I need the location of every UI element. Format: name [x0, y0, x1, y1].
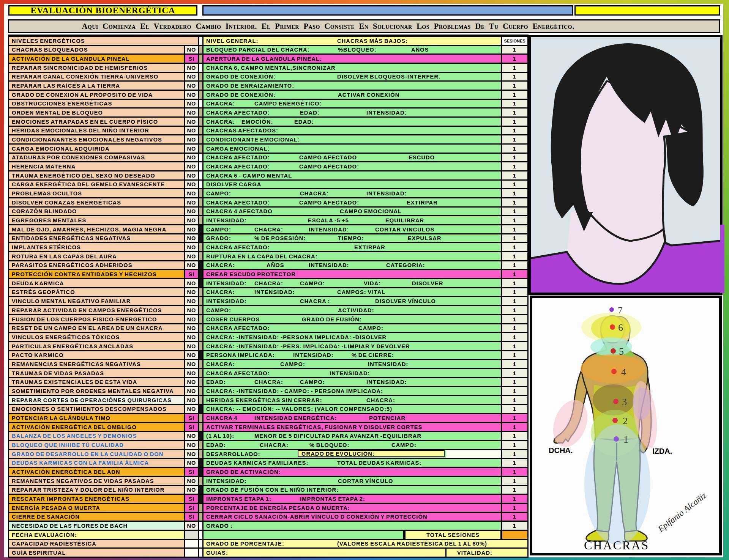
svg-text:6: 6: [618, 322, 623, 333]
svg-text:CHACRAS: CHACRAS: [584, 538, 649, 552]
svg-text:3: 3: [622, 396, 627, 407]
svg-text:IZDA.: IZDA.: [652, 447, 672, 455]
svg-text:5: 5: [619, 346, 624, 357]
svg-text:1: 1: [623, 434, 628, 445]
svg-text:DCHA.: DCHA.: [549, 446, 573, 455]
svg-text:7: 7: [618, 305, 623, 316]
svg-text:2: 2: [623, 415, 628, 426]
svg-text:4: 4: [621, 367, 626, 378]
